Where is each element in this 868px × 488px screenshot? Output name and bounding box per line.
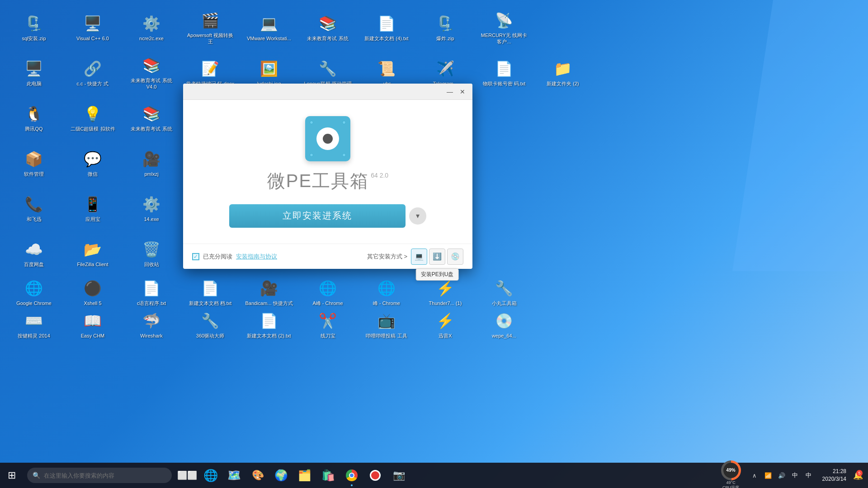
tray-up-arrow[interactable]: ∧ [748, 469, 761, 482]
modal-content: 微PE工具箱 64 2.0 立即安装进系统 ▾ [183, 100, 472, 244]
close-button[interactable]: ✕ [456, 86, 469, 97]
agreement-link[interactable]: 安装指南与协议 [236, 253, 277, 261]
taskbar-right: 49% 49°C CPU温度 ∧ 📶 🔊 中 中 21:28 2020/3/14 [721, 463, 868, 488]
tray-lang-icon[interactable]: 中 [789, 469, 802, 482]
cpu-circle: 49% [721, 460, 741, 480]
install-usb-button[interactable]: ⬇️ 安装PE到U盘 [429, 249, 445, 265]
other-install-label: 其它安装方式 > [367, 253, 407, 261]
clock-date: 2020/3/14 [822, 475, 846, 483]
chrome-active-indicator [351, 484, 353, 486]
pc-icon: 💻 [415, 252, 424, 261]
search-icon: 🔍 [33, 472, 40, 479]
notification-badge: 5 [856, 470, 863, 476]
install-btn-row: 立即安装进系统 ▾ [229, 204, 426, 228]
minimize-button[interactable]: — [443, 86, 456, 97]
hdd-corner-br [342, 153, 346, 157]
install-iso-button[interactable]: 💿 [447, 249, 463, 265]
hdd-disc [316, 127, 339, 150]
search-input[interactable] [44, 472, 161, 479]
agreement-row: ✓ 已充分阅读 安装指南与协议 [192, 253, 277, 261]
hdd-corner-tr [342, 121, 346, 124]
hdd-icon [305, 116, 350, 161]
cpu-temp-label: CPU温度 [722, 485, 739, 488]
edge-button[interactable]: 🌐 [199, 463, 222, 488]
cpu-percent: 49% [726, 468, 736, 473]
taskbar-search-bar[interactable]: 🔍 [27, 468, 172, 483]
clock-time: 21:28 [833, 468, 846, 475]
cpu-temp-widget: 49% 49°C CPU温度 [721, 460, 741, 488]
tray-network-icon[interactable]: 📶 [762, 469, 774, 482]
app-title-text: 微PE工具箱 [267, 169, 369, 193]
notification-button[interactable]: 🔔 5 [852, 469, 864, 482]
taskview-button[interactable]: ⬜⬜ [175, 463, 199, 488]
install-system-button[interactable]: 立即安装进系统 [229, 204, 406, 228]
photoshop-taskbar-button[interactable]: 🎨 [246, 463, 269, 488]
modal-overlay: — ✕ 微PE工具箱 64 2.0 [0, 0, 868, 488]
checkbox-label: 已充分阅读 [203, 253, 232, 261]
usb-icon: ⬇️ [433, 252, 442, 261]
tooltip-install-pe: 安装PE到U盘 [416, 268, 459, 281]
desktop: 🗜️sql安装.zip🖥️Visual C++ 6.0⚙️ncre2c.exe🎬… [0, 0, 868, 488]
app-version-badge: 64 2.0 [371, 172, 388, 178]
wepe-dialog: — ✕ 微PE工具箱 64 2.0 [183, 84, 472, 269]
install-icon-buttons: 💻 ⬇️ 安装PE到U盘 💿 [411, 249, 463, 265]
hdd-dot [323, 134, 333, 144]
modal-titlebar: — ✕ [183, 84, 472, 100]
taskbar-apps: ⬜⬜ 🌐 🗺️ 🎨 🌍 🗂️ 🛍️ [175, 463, 721, 488]
modal-footer: ✓ 已充分阅读 安装指南与协议 其它安装方式 > 💻 ⬇️ 安装PE到U盘 [183, 244, 472, 269]
file-manager-button[interactable]: 🗂️ [293, 463, 316, 488]
hdd-corner-tl [310, 121, 313, 124]
agreement-checkbox[interactable]: ✓ [192, 253, 199, 260]
tray-icons: ∧ 📶 🔊 中 中 [746, 469, 817, 482]
cpu-circle-inner: 49% [723, 463, 739, 478]
ie-button[interactable]: 🌍 [269, 463, 293, 488]
start-button[interactable]: ⊞ [0, 463, 24, 488]
taskbar: ⊞ 🔍 ⬜⬜ 🌐 🗺️ 🎨 🌍 🗂️ 🛍️ [0, 463, 868, 488]
taskbar-clock[interactable]: 21:28 2020/3/14 [819, 468, 850, 483]
other-install-row[interactable]: 其它安装方式 > 💻 ⬇️ 安装PE到U盘 💿 [367, 249, 463, 265]
cpu-temp-value: 49°C [726, 480, 736, 485]
tray-volume-icon[interactable]: 🔊 [775, 469, 788, 482]
record-button[interactable] [363, 463, 387, 488]
hdd-corner-bl [310, 153, 313, 157]
checkbox-check-icon: ✓ [193, 253, 198, 260]
store-button[interactable]: 🛍️ [316, 463, 340, 488]
install-dropdown-button[interactable]: ▾ [409, 207, 426, 225]
install-pc-button[interactable]: 💻 [411, 249, 427, 265]
iso-icon: 💿 [451, 252, 460, 261]
app-title: 微PE工具箱 64 2.0 [267, 169, 388, 193]
chrome-taskbar-button[interactable] [340, 463, 363, 488]
maps-button[interactable]: 🗺️ [222, 463, 246, 488]
tray-ime-icon[interactable]: 中 [802, 469, 815, 482]
camera-button[interactable]: 📷 [387, 463, 410, 488]
